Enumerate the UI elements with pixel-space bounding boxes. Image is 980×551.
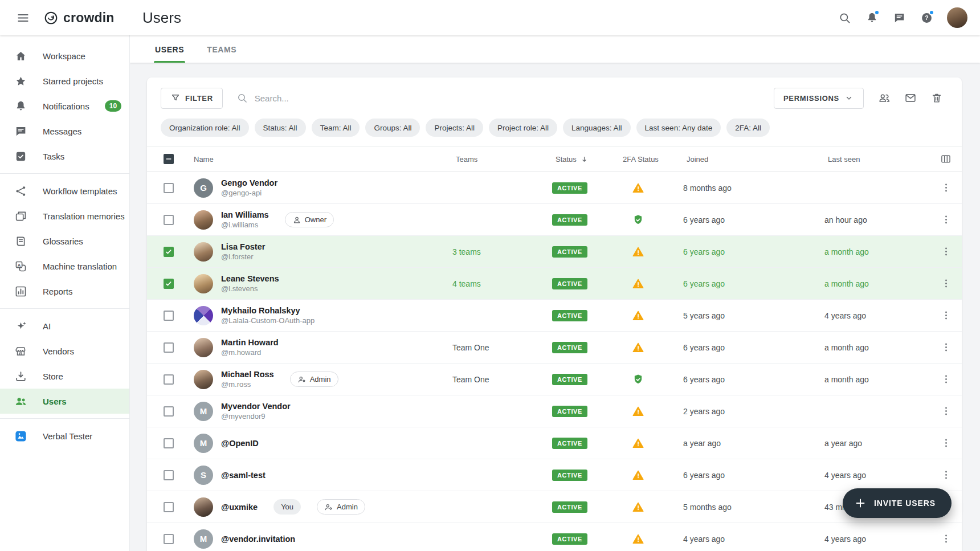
- sidebar-item-users[interactable]: Users: [0, 389, 129, 414]
- row-menu-icon[interactable]: [936, 401, 956, 422]
- table-row[interactable]: Michael Ross@m.rossAdmin Team One ACTIVE…: [147, 364, 962, 395]
- filter-chip-languages[interactable]: Languages: All: [563, 119, 631, 137]
- user-name[interactable]: Mykhailo Rohalskyy: [221, 306, 315, 315]
- teams-cell[interactable]: 4 teams: [452, 279, 552, 288]
- sidebar-item-workspace[interactable]: Workspace: [0, 43, 129, 68]
- teams-cell[interactable]: Team One: [452, 343, 552, 352]
- row-checkbox[interactable]: [164, 534, 174, 544]
- filter-chip-last-seen[interactable]: Last seen: Any date: [636, 119, 721, 137]
- messages-icon[interactable]: [888, 6, 910, 29]
- machine-translation-icon: [14, 260, 27, 273]
- profile-avatar[interactable]: [947, 7, 967, 28]
- teams-cell[interactable]: Team One: [452, 375, 552, 384]
- tab-teams[interactable]: TEAMS: [206, 45, 238, 63]
- user-name[interactable]: Gengo Vendor: [221, 178, 277, 187]
- user-name[interactable]: Leane Stevens: [221, 274, 279, 283]
- row-menu-icon[interactable]: [936, 274, 956, 294]
- user-name[interactable]: Lisa Foster: [221, 242, 265, 251]
- column-header-status[interactable]: Status: [552, 155, 619, 164]
- column-header-2fa[interactable]: 2FA Status: [619, 155, 683, 164]
- select-all-checkbox[interactable]: [164, 154, 174, 164]
- tab-users[interactable]: USERS: [154, 45, 185, 63]
- search-icon[interactable]: [833, 6, 856, 29]
- help-icon[interactable]: [915, 6, 938, 29]
- row-menu-icon[interactable]: [936, 242, 956, 262]
- add-to-team-icon[interactable]: [873, 87, 896, 109]
- column-header-last-seen[interactable]: Last seen: [824, 155, 930, 164]
- delete-icon[interactable]: [925, 87, 948, 109]
- sidebar-item-notifications[interactable]: Notifications10: [0, 93, 129, 119]
- row-checkbox[interactable]: [164, 374, 174, 385]
- row-checkbox[interactable]: [164, 247, 174, 257]
- user-name[interactable]: Ian Williams: [221, 210, 269, 219]
- row-checkbox[interactable]: [164, 183, 174, 193]
- row-checkbox[interactable]: [164, 470, 174, 480]
- sidebar-item-vendors[interactable]: Vendors: [0, 338, 129, 364]
- sidebar-item-verbal-tester[interactable]: Verbal Tester: [0, 423, 129, 448]
- row-menu-icon[interactable]: [936, 210, 956, 230]
- user-name[interactable]: Martin Howard: [221, 338, 279, 347]
- row-menu-icon[interactable]: [936, 433, 956, 454]
- table-row[interactable]: MMyvendor Vendor@myvendor9 ACTIVE 2 year…: [147, 395, 962, 427]
- table-row[interactable]: Martin Howard@m.howard Team One ACTIVE 6…: [147, 332, 962, 364]
- row-checkbox[interactable]: [164, 279, 174, 289]
- table-columns-icon[interactable]: [934, 148, 957, 170]
- sidebar-item-translation-memories[interactable]: Translation memories: [0, 203, 129, 228]
- filter-chip-projects[interactable]: Projects: All: [426, 119, 483, 137]
- filter-chip-status[interactable]: Status: All: [255, 119, 306, 137]
- row-checkbox[interactable]: [164, 342, 174, 353]
- sidebar-item-tasks[interactable]: Tasks: [0, 144, 129, 169]
- row-checkbox[interactable]: [164, 215, 174, 225]
- filter-chip-project-role[interactable]: Project role: All: [489, 119, 557, 137]
- sidebar-item-reports[interactable]: Reports: [0, 279, 129, 304]
- menu-icon[interactable]: [11, 6, 34, 29]
- row-checkbox[interactable]: [164, 311, 174, 321]
- table-row[interactable]: M@vendor.invitation ACTIVE 4 years ago 4…: [147, 523, 962, 551]
- table-row[interactable]: Mykhailo Rohalskyy@Lalala-Custom-OAuth-a…: [147, 300, 962, 332]
- user-name[interactable]: @uxmike: [221, 503, 258, 512]
- notifications-bell-icon[interactable]: [860, 6, 883, 29]
- filter-chip-team[interactable]: Team: All: [312, 119, 360, 137]
- sidebar-item-store[interactable]: Store: [0, 364, 129, 389]
- table-row[interactable]: Lisa Foster@l.forster 3 teams ACTIVE 6 y…: [147, 236, 962, 268]
- sidebar-item-workflow-templates[interactable]: Workflow templates: [0, 178, 129, 203]
- row-checkbox[interactable]: [164, 406, 174, 417]
- sidebar-item-ai[interactable]: AI: [0, 313, 129, 338]
- sidebar-item-messages[interactable]: Messages: [0, 119, 129, 144]
- user-name[interactable]: Michael Ross: [221, 370, 274, 379]
- column-header-teams[interactable]: Teams: [452, 155, 552, 164]
- row-menu-icon[interactable]: [936, 305, 956, 326]
- invite-users-button[interactable]: INVITE USERS: [843, 488, 952, 518]
- row-menu-icon[interactable]: [936, 465, 956, 485]
- user-name[interactable]: @vendor.invitation: [221, 534, 295, 544]
- search-input[interactable]: [255, 93, 494, 103]
- teams-cell[interactable]: 3 teams: [452, 247, 552, 256]
- row-menu-icon[interactable]: [936, 178, 956, 198]
- row-menu-icon[interactable]: [936, 529, 956, 549]
- filter-button[interactable]: FILTER: [161, 88, 223, 109]
- sidebar-item-machine-translation[interactable]: Machine translation: [0, 254, 129, 279]
- row-menu-icon[interactable]: [936, 369, 956, 390]
- sidebar-item-starred-projects[interactable]: Starred projects: [0, 68, 129, 93]
- permissions-dropdown[interactable]: PERMISSIONS: [774, 88, 864, 109]
- column-header-name[interactable]: Name: [190, 155, 452, 164]
- filter-chip-organization-role[interactable]: Organization role: All: [161, 119, 249, 137]
- column-header-joined[interactable]: Joined: [683, 155, 824, 164]
- user-name[interactable]: @OpenID: [221, 439, 259, 448]
- table-row[interactable]: S@saml-test ACTIVE 6 years ago 4 years a…: [147, 459, 962, 491]
- table-row[interactable]: Leane Stevens@l.stevens 4 teams ACTIVE 6…: [147, 268, 962, 300]
- row-checkbox[interactable]: [164, 438, 174, 448]
- email-icon[interactable]: [899, 87, 922, 109]
- table-row[interactable]: M@OpenID ACTIVE a year ago a year ago: [147, 427, 962, 459]
- user-name[interactable]: Myvendor Vendor: [221, 402, 291, 411]
- row-menu-icon[interactable]: [936, 337, 956, 358]
- filter-chip-2fa[interactable]: 2FA: All: [726, 119, 770, 137]
- crowdin-logo[interactable]: crowdin: [43, 10, 115, 26]
- filter-chip-groups[interactable]: Groups: All: [365, 119, 420, 137]
- sidebar-item-glossaries[interactable]: Glossaries: [0, 228, 129, 254]
- user-name[interactable]: @saml-test: [221, 471, 266, 480]
- table-row[interactable]: GGengo Vendor@gengo-api ACTIVE 8 months …: [147, 172, 962, 204]
- table-row[interactable]: @uxmikeYouAdmin ACTIVE 5 months ago 43 m…: [147, 491, 962, 523]
- table-row[interactable]: Ian Williams@i.williamsOwner ACTIVE 6 ye…: [147, 204, 962, 236]
- row-checkbox[interactable]: [164, 502, 174, 512]
